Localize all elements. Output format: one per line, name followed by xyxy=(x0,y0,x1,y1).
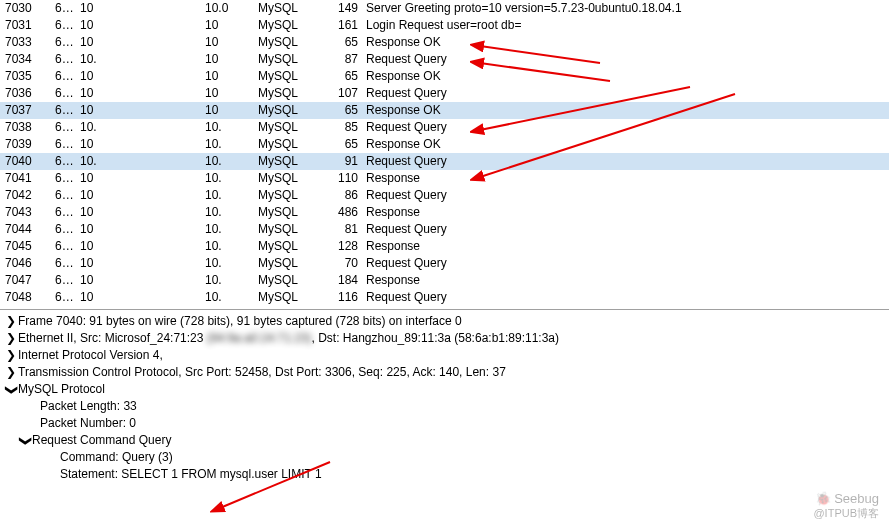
table-row[interactable]: 70456…1010.MySQL128Response xyxy=(0,238,889,255)
table-row[interactable]: 70356…1010MySQL65Response OK xyxy=(0,68,889,85)
packet-src-cell: 10 xyxy=(80,221,120,238)
packet-dst-cell xyxy=(120,272,205,289)
packet-protocol-cell: MySQL xyxy=(240,85,320,102)
packet-time-cell: 6… xyxy=(55,85,80,102)
table-row[interactable]: 70416…1010.MySQL110Response xyxy=(0,170,889,187)
table-row[interactable]: 70396…1010.MySQL65Response OK xyxy=(0,136,889,153)
packet-number-cell: 7030 xyxy=(0,0,55,17)
packet-length-cell: 110 xyxy=(320,170,366,187)
table-row[interactable]: 70476…1010.MySQL184Response xyxy=(0,272,889,289)
table-row[interactable]: 70386…10.10.MySQL85Request Query xyxy=(0,119,889,136)
table-row[interactable]: 70466…1010.MySQL70Request Query xyxy=(0,255,889,272)
packet-src-cell: 10 xyxy=(80,187,120,204)
chevron-down-icon[interactable]: ❯ xyxy=(17,434,34,448)
tree-ethernet[interactable]: ❯ Ethernet II, Src: Microsof_24:71:23 (9… xyxy=(0,330,889,347)
packet-dst-cell xyxy=(120,0,205,17)
packet-extra-cell: 10. xyxy=(205,289,240,306)
packet-info-cell: Server Greeting proto=10 version=5.7.23-… xyxy=(366,0,889,17)
tree-tcp[interactable]: ❯ Transmission Control Protocol, Src Por… xyxy=(0,364,889,381)
table-row[interactable]: 70376…1010MySQL65Response OK xyxy=(0,102,889,119)
packet-time-cell: 6… xyxy=(55,238,80,255)
table-row[interactable]: 70486…1010.MySQL116Request Query xyxy=(0,289,889,306)
tree-packet-length[interactable]: Packet Length: 33 xyxy=(0,398,889,415)
packet-protocol-cell: MySQL xyxy=(240,34,320,51)
packet-dst-cell xyxy=(120,136,205,153)
packet-protocol-cell: MySQL xyxy=(240,68,320,85)
packet-info-cell: Response xyxy=(366,170,889,187)
packet-time-cell: 6… xyxy=(55,272,80,289)
table-row[interactable]: 70306…1010.0MySQL149Server Greeting prot… xyxy=(0,0,889,17)
packet-src-cell: 10 xyxy=(80,85,120,102)
packet-info-cell: Request Query xyxy=(366,255,889,272)
packet-dst-cell xyxy=(120,204,205,221)
packet-protocol-cell: MySQL xyxy=(240,102,320,119)
packet-protocol-cell: MySQL xyxy=(240,136,320,153)
packet-length-cell: 149 xyxy=(320,0,366,17)
packet-info-cell: Login Request user=root db= xyxy=(366,17,889,34)
packet-number-cell: 7038 xyxy=(0,119,55,136)
tree-command[interactable]: Command: Query (3) xyxy=(0,449,889,466)
table-row[interactable]: 70406…10.10.MySQL91Request Query xyxy=(0,153,889,170)
chevron-right-icon[interactable]: ❯ xyxy=(4,364,18,381)
packet-time-cell: 6… xyxy=(55,204,80,221)
table-row[interactable]: 70316…1010MySQL161Login Request user=roo… xyxy=(0,17,889,34)
tree-request-command-query[interactable]: ❯ Request Command Query xyxy=(0,432,889,449)
packet-protocol-cell: MySQL xyxy=(240,272,320,289)
eth-suffix: , Dst: Hangzhou_89:11:3a (58:6a:b1:89:11… xyxy=(312,331,560,345)
packet-info-cell: Response xyxy=(366,204,889,221)
tree-statement[interactable]: Statement: SELECT 1 FROM mysql.user LIMI… xyxy=(0,466,889,483)
chevron-right-icon[interactable]: ❯ xyxy=(4,313,18,330)
watermark-sub: @ITPUB博客 xyxy=(813,506,879,521)
packet-time-cell: 6… xyxy=(55,170,80,187)
packet-length-cell: 116 xyxy=(320,289,366,306)
tree-frame[interactable]: ❯ Frame 7040: 91 bytes on wire (728 bits… xyxy=(0,313,889,330)
packet-time-cell: 6… xyxy=(55,255,80,272)
packet-number-cell: 7036 xyxy=(0,85,55,102)
packet-extra-cell: 10. xyxy=(205,255,240,272)
packet-dst-cell xyxy=(120,170,205,187)
table-row[interactable]: 70446…1010.MySQL81Request Query xyxy=(0,221,889,238)
packet-info-cell: Response xyxy=(366,238,889,255)
packet-dst-cell xyxy=(120,238,205,255)
tree-frame-text: Frame 7040: 91 bytes on wire (728 bits),… xyxy=(18,313,462,330)
packet-length-cell: 107 xyxy=(320,85,366,102)
table-row[interactable]: 70336…1010MySQL65Response OK xyxy=(0,34,889,51)
packet-length-cell: 65 xyxy=(320,34,366,51)
packet-length-cell: 85 xyxy=(320,119,366,136)
table-row[interactable]: 70426…1010.MySQL86Request Query xyxy=(0,187,889,204)
chevron-right-icon[interactable]: ❯ xyxy=(4,330,18,347)
packet-extra-cell: 10 xyxy=(205,34,240,51)
packet-number-cell: 7033 xyxy=(0,34,55,51)
tree-ethernet-text: Ethernet II, Src: Microsof_24:71:23 (94:… xyxy=(18,330,559,347)
chevron-right-icon[interactable]: ❯ xyxy=(4,347,18,364)
packet-time-cell: 6… xyxy=(55,68,80,85)
packet-length-cell: 87 xyxy=(320,51,366,68)
packet-extra-cell: 10.0 xyxy=(205,0,240,17)
packet-extra-cell: 10 xyxy=(205,17,240,34)
tree-ip[interactable]: ❯ Internet Protocol Version 4, xyxy=(0,347,889,364)
eth-blur: (94:9a:a0:24:71:23) xyxy=(207,330,312,347)
packet-protocol-cell: MySQL xyxy=(240,153,320,170)
table-row[interactable]: 70366…1010MySQL107Request Query xyxy=(0,85,889,102)
chevron-down-icon[interactable]: ❯ xyxy=(3,383,20,397)
packet-list[interactable]: 70306…1010.0MySQL149Server Greeting prot… xyxy=(0,0,889,306)
packet-src-cell: 10 xyxy=(80,136,120,153)
packet-src-cell: 10 xyxy=(80,68,120,85)
tree-packet-number[interactable]: Packet Number: 0 xyxy=(0,415,889,432)
packet-extra-cell: 10. xyxy=(205,221,240,238)
packet-length-cell: 70 xyxy=(320,255,366,272)
packet-dst-cell xyxy=(120,51,205,68)
packet-dst-cell xyxy=(120,102,205,119)
packet-src-cell: 10 xyxy=(80,0,120,17)
packet-number-cell: 7040 xyxy=(0,153,55,170)
packet-info-cell: Request Query xyxy=(366,119,889,136)
table-row[interactable]: 70346…10.10MySQL87Request Query xyxy=(0,51,889,68)
packet-src-cell: 10 xyxy=(80,17,120,34)
packet-info-cell: Request Query xyxy=(366,289,889,306)
packet-src-cell: 10. xyxy=(80,51,120,68)
tree-mysql-protocol[interactable]: ❯ MySQL Protocol xyxy=(0,381,889,398)
packet-details-pane[interactable]: ❯ Frame 7040: 91 bytes on wire (728 bits… xyxy=(0,309,889,483)
table-row[interactable]: 70436…1010.MySQL486Response xyxy=(0,204,889,221)
packet-dst-cell xyxy=(120,255,205,272)
bug-icon: 🐞 Seebug xyxy=(813,491,879,506)
